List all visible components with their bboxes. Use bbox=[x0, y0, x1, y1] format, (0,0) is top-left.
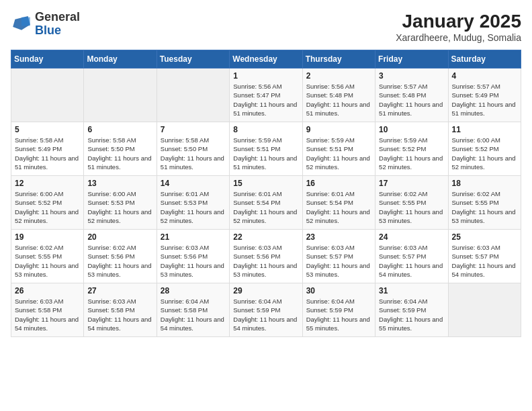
day-info: Sunrise: 6:04 AMSunset: 5:59 PMDaylight:… bbox=[379, 297, 444, 332]
calendar-cell: 30Sunrise: 6:04 AMSunset: 5:59 PMDayligh… bbox=[302, 283, 375, 337]
title-block: January 2025 Xarardheere, Mudug, Somalia bbox=[396, 11, 521, 43]
calendar-cell bbox=[84, 68, 157, 122]
day-number: 30 bbox=[306, 286, 371, 295]
day-number: 25 bbox=[452, 232, 517, 242]
day-info: Sunrise: 6:02 AMSunset: 5:56 PMDaylight:… bbox=[87, 243, 152, 279]
day-number: 20 bbox=[87, 232, 152, 242]
calendar-cell bbox=[448, 283, 521, 337]
calendar-cell: 12Sunrise: 6:00 AMSunset: 5:52 PMDayligh… bbox=[11, 176, 84, 230]
day-info: Sunrise: 6:03 AMSunset: 5:57 PMDaylight:… bbox=[452, 243, 517, 279]
logo-general-text: General bbox=[35, 10, 80, 24]
weekday-header-sunday: Sunday bbox=[11, 50, 84, 68]
calendar-week-2: 5Sunrise: 5:58 AMSunset: 5:49 PMDaylight… bbox=[11, 122, 521, 176]
day-info: Sunrise: 6:04 AMSunset: 5:59 PMDaylight:… bbox=[233, 297, 298, 332]
day-number: 31 bbox=[379, 286, 444, 295]
day-number: 7 bbox=[161, 125, 226, 134]
day-number: 22 bbox=[233, 232, 298, 242]
calendar-body: 1Sunrise: 5:56 AMSunset: 5:47 PMDaylight… bbox=[11, 68, 521, 337]
calendar-subtitle: Xarardheere, Mudug, Somalia bbox=[396, 32, 521, 43]
day-number: 29 bbox=[233, 286, 298, 295]
calendar-cell: 17Sunrise: 6:02 AMSunset: 5:55 PMDayligh… bbox=[375, 176, 448, 230]
day-number: 28 bbox=[161, 286, 226, 295]
calendar-cell bbox=[157, 68, 229, 122]
weekday-header-friday: Friday bbox=[375, 50, 448, 68]
day-info: Sunrise: 5:59 AMSunset: 5:51 PMDaylight:… bbox=[233, 136, 298, 171]
day-number: 27 bbox=[87, 286, 152, 295]
day-number: 24 bbox=[379, 232, 444, 242]
day-number: 15 bbox=[233, 179, 298, 188]
day-info: Sunrise: 5:56 AMSunset: 5:48 PMDaylight:… bbox=[306, 82, 371, 118]
day-info: Sunrise: 6:04 AMSunset: 5:58 PMDaylight:… bbox=[161, 297, 226, 332]
day-number: 6 bbox=[87, 125, 152, 134]
day-number: 17 bbox=[379, 179, 444, 188]
calendar-cell: 23Sunrise: 6:03 AMSunset: 5:57 PMDayligh… bbox=[302, 230, 375, 283]
day-number: 21 bbox=[161, 232, 226, 242]
svg-marker-1 bbox=[21, 17, 30, 26]
day-info: Sunrise: 6:01 AMSunset: 5:54 PMDaylight:… bbox=[306, 189, 371, 225]
calendar-cell: 18Sunrise: 6:02 AMSunset: 5:55 PMDayligh… bbox=[448, 176, 521, 230]
calendar-cell: 10Sunrise: 5:59 AMSunset: 5:52 PMDayligh… bbox=[375, 122, 448, 176]
calendar-cell: 13Sunrise: 6:00 AMSunset: 5:53 PMDayligh… bbox=[84, 176, 157, 230]
calendar-cell: 2Sunrise: 5:56 AMSunset: 5:48 PMDaylight… bbox=[302, 68, 375, 122]
day-number: 19 bbox=[15, 232, 80, 242]
weekday-header-thursday: Thursday bbox=[302, 50, 375, 68]
day-number: 26 bbox=[15, 286, 80, 295]
day-info: Sunrise: 6:02 AMSunset: 5:55 PMDaylight:… bbox=[452, 189, 517, 225]
logo-text: General Blue bbox=[35, 11, 80, 38]
calendar-cell: 19Sunrise: 6:02 AMSunset: 5:55 PMDayligh… bbox=[11, 230, 84, 283]
calendar-cell: 5Sunrise: 5:58 AMSunset: 5:49 PMDaylight… bbox=[11, 122, 84, 176]
calendar-cell: 4Sunrise: 5:57 AMSunset: 5:49 PMDaylight… bbox=[448, 68, 521, 122]
calendar-cell: 26Sunrise: 6:03 AMSunset: 5:58 PMDayligh… bbox=[11, 283, 84, 337]
day-info: Sunrise: 5:58 AMSunset: 5:50 PMDaylight:… bbox=[161, 136, 226, 171]
calendar-cell: 14Sunrise: 6:01 AMSunset: 5:53 PMDayligh… bbox=[157, 176, 229, 230]
calendar-cell: 11Sunrise: 6:00 AMSunset: 5:52 PMDayligh… bbox=[448, 122, 521, 176]
calendar-cell: 6Sunrise: 5:58 AMSunset: 5:50 PMDaylight… bbox=[84, 122, 157, 176]
day-info: Sunrise: 6:04 AMSunset: 5:59 PMDaylight:… bbox=[306, 297, 371, 332]
calendar-cell: 27Sunrise: 6:03 AMSunset: 5:58 PMDayligh… bbox=[84, 283, 157, 337]
calendar-cell: 15Sunrise: 6:01 AMSunset: 5:54 PMDayligh… bbox=[230, 176, 302, 230]
calendar-cell: 16Sunrise: 6:01 AMSunset: 5:54 PMDayligh… bbox=[302, 176, 375, 230]
day-info: Sunrise: 6:03 AMSunset: 5:57 PMDaylight:… bbox=[379, 243, 444, 279]
day-number: 9 bbox=[306, 125, 371, 134]
calendar-week-5: 26Sunrise: 6:03 AMSunset: 5:58 PMDayligh… bbox=[11, 283, 521, 337]
weekday-header-wednesday: Wednesday bbox=[230, 50, 302, 68]
day-info: Sunrise: 6:00 AMSunset: 5:52 PMDaylight:… bbox=[452, 136, 517, 171]
day-info: Sunrise: 5:59 AMSunset: 5:52 PMDaylight:… bbox=[379, 136, 444, 171]
day-info: Sunrise: 5:58 AMSunset: 5:50 PMDaylight:… bbox=[87, 136, 152, 171]
day-info: Sunrise: 6:00 AMSunset: 5:52 PMDaylight:… bbox=[15, 189, 80, 225]
day-info: Sunrise: 6:03 AMSunset: 5:58 PMDaylight:… bbox=[87, 297, 152, 332]
weekday-header-tuesday: Tuesday bbox=[157, 50, 229, 68]
calendar-cell: 29Sunrise: 6:04 AMSunset: 5:59 PMDayligh… bbox=[230, 283, 302, 337]
calendar-week-3: 12Sunrise: 6:00 AMSunset: 5:52 PMDayligh… bbox=[11, 176, 521, 230]
calendar-cell: 28Sunrise: 6:04 AMSunset: 5:58 PMDayligh… bbox=[157, 283, 229, 337]
day-number: 23 bbox=[306, 232, 371, 242]
calendar-cell: 24Sunrise: 6:03 AMSunset: 5:57 PMDayligh… bbox=[375, 230, 448, 283]
calendar-week-1: 1Sunrise: 5:56 AMSunset: 5:47 PMDaylight… bbox=[11, 68, 521, 122]
logo: General Blue bbox=[11, 11, 80, 38]
calendar-header: SundayMondayTuesdayWednesdayThursdayFrid… bbox=[11, 50, 521, 68]
day-number: 4 bbox=[452, 71, 517, 81]
day-info: Sunrise: 5:58 AMSunset: 5:49 PMDaylight:… bbox=[15, 136, 80, 171]
day-number: 14 bbox=[161, 179, 226, 188]
day-number: 12 bbox=[15, 179, 80, 188]
calendar-week-4: 19Sunrise: 6:02 AMSunset: 5:55 PMDayligh… bbox=[11, 230, 521, 283]
day-info: Sunrise: 6:03 AMSunset: 5:58 PMDaylight:… bbox=[15, 297, 80, 332]
day-number: 3 bbox=[379, 71, 444, 81]
day-number: 11 bbox=[452, 125, 517, 134]
day-info: Sunrise: 5:56 AMSunset: 5:47 PMDaylight:… bbox=[233, 82, 298, 118]
calendar-cell: 8Sunrise: 5:59 AMSunset: 5:51 PMDaylight… bbox=[230, 122, 302, 176]
day-info: Sunrise: 6:01 AMSunset: 5:54 PMDaylight:… bbox=[233, 189, 298, 225]
calendar-cell: 3Sunrise: 5:57 AMSunset: 5:48 PMDaylight… bbox=[375, 68, 448, 122]
calendar-cell: 25Sunrise: 6:03 AMSunset: 5:57 PMDayligh… bbox=[448, 230, 521, 283]
day-number: 5 bbox=[15, 125, 80, 134]
day-info: Sunrise: 5:57 AMSunset: 5:49 PMDaylight:… bbox=[452, 82, 517, 118]
logo-icon bbox=[11, 15, 32, 34]
day-info: Sunrise: 6:02 AMSunset: 5:55 PMDaylight:… bbox=[379, 189, 444, 225]
calendar-cell: 31Sunrise: 6:04 AMSunset: 5:59 PMDayligh… bbox=[375, 283, 448, 337]
calendar-cell: 20Sunrise: 6:02 AMSunset: 5:56 PMDayligh… bbox=[84, 230, 157, 283]
day-info: Sunrise: 6:00 AMSunset: 5:53 PMDaylight:… bbox=[87, 189, 152, 225]
day-info: Sunrise: 5:59 AMSunset: 5:51 PMDaylight:… bbox=[306, 136, 371, 171]
day-number: 13 bbox=[87, 179, 152, 188]
day-info: Sunrise: 6:03 AMSunset: 5:56 PMDaylight:… bbox=[233, 243, 298, 279]
calendar-cell: 7Sunrise: 5:58 AMSunset: 5:50 PMDaylight… bbox=[157, 122, 229, 176]
